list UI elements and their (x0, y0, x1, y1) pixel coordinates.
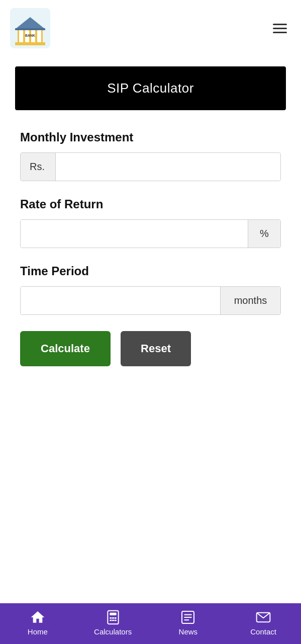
reset-button[interactable]: Reset (121, 331, 191, 366)
rate-of-return-label: Rate of Return (20, 197, 281, 211)
svg-rect-17 (114, 620, 116, 621)
svg-rect-12 (110, 617, 112, 619)
percent-suffix: % (248, 220, 280, 248)
svg-rect-5 (37, 30, 41, 42)
time-period-input-wrapper: months (20, 286, 281, 315)
svg-rect-11 (110, 613, 116, 615)
hamburger-menu-button[interactable] (269, 20, 291, 37)
time-period-label: Time Period (20, 264, 281, 278)
svg-rect-2 (19, 30, 23, 42)
contact-icon (255, 609, 271, 625)
svg-text:BANK: BANK (25, 34, 35, 37)
months-suffix: months (220, 287, 280, 314)
page-title: SIP Calculator (25, 80, 276, 96)
nav-contact-label: Contact (250, 627, 276, 636)
rate-of-return-input[interactable] (21, 220, 248, 248)
svg-rect-7 (15, 28, 45, 30)
svg-rect-15 (110, 620, 112, 621)
time-period-input[interactable] (21, 287, 220, 314)
svg-rect-16 (112, 620, 114, 621)
monthly-investment-input-wrapper: Rs. (20, 152, 281, 181)
bank-logo-icon: BANK (10, 8, 50, 48)
calculate-button[interactable]: Calculate (20, 331, 111, 366)
monthly-investment-label: Monthly Investment (20, 130, 281, 144)
nav-calculators-label: Calculators (94, 627, 132, 636)
currency-prefix: Rs. (21, 153, 56, 181)
header: BANK (0, 0, 301, 56)
svg-rect-8 (15, 42, 45, 45)
title-banner: SIP Calculator (15, 66, 286, 110)
rate-of-return-group: Rate of Return % (20, 197, 281, 248)
monthly-investment-group: Monthly Investment Rs. (20, 130, 281, 181)
calculators-icon (105, 609, 121, 625)
bottom-nav: Home Calculators News Contact (0, 603, 301, 644)
news-icon (180, 609, 196, 625)
svg-rect-13 (112, 617, 114, 619)
svg-rect-14 (114, 617, 116, 619)
home-icon (30, 609, 46, 625)
main-content: Monthly Investment Rs. Rate of Return % … (0, 120, 301, 376)
rate-of-return-input-wrapper: % (20, 219, 281, 248)
nav-item-news[interactable]: News (151, 609, 226, 636)
time-period-group: Time Period months (20, 264, 281, 315)
nav-item-calculators[interactable]: Calculators (75, 609, 151, 636)
buttons-row: Calculate Reset (20, 331, 281, 366)
logo: BANK (10, 8, 50, 48)
monthly-investment-input[interactable] (56, 153, 280, 181)
nav-news-label: News (179, 627, 198, 636)
nav-home-label: Home (28, 627, 48, 636)
nav-item-contact[interactable]: Contact (226, 609, 301, 636)
nav-item-home[interactable]: Home (0, 609, 75, 636)
